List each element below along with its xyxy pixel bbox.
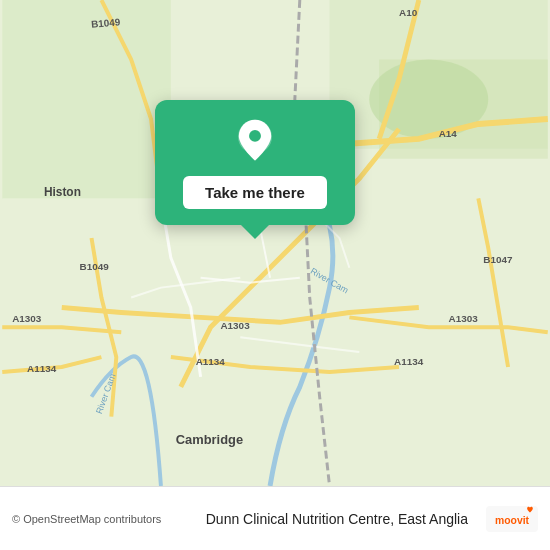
moovit-svg: moovit: [486, 503, 538, 535]
svg-text:moovit: moovit: [495, 514, 530, 525]
bottom-bar: © OpenStreetMap contributors Dunn Clinic…: [0, 486, 550, 550]
app: B1049 A10 A14 B1047 B1049 A1303 A1134 A1…: [0, 0, 550, 550]
svg-text:Cambridge: Cambridge: [176, 432, 243, 447]
moovit-logo-icon: moovit: [486, 503, 538, 535]
svg-text:A14: A14: [439, 128, 458, 139]
place-info: Dunn Clinical Nutrition Centre, East Ang…: [206, 511, 468, 527]
svg-text:B1049: B1049: [80, 261, 110, 272]
map-container[interactable]: B1049 A10 A14 B1047 B1049 A1303 A1134 A1…: [0, 0, 550, 486]
svg-text:A1303: A1303: [12, 313, 42, 324]
svg-text:A1303: A1303: [220, 320, 250, 331]
svg-text:A1303: A1303: [449, 313, 479, 324]
svg-point-21: [249, 130, 261, 142]
svg-text:B1047: B1047: [483, 254, 513, 265]
svg-text:A10: A10: [399, 7, 418, 18]
svg-text:A1134: A1134: [394, 356, 424, 367]
attribution-text: © OpenStreetMap contributors: [12, 513, 198, 525]
location-pin-icon: [232, 118, 278, 164]
popup-card[interactable]: Take me there: [155, 100, 355, 225]
map-svg: B1049 A10 A14 B1047 B1049 A1303 A1134 A1…: [0, 0, 550, 486]
svg-text:Histon: Histon: [44, 185, 81, 199]
take-me-there-button[interactable]: Take me there: [183, 176, 327, 209]
svg-text:A1134: A1134: [196, 356, 226, 367]
place-name: Dunn Clinical Nutrition Centre, East Ang…: [206, 511, 468, 527]
svg-text:A1134: A1134: [27, 363, 57, 374]
